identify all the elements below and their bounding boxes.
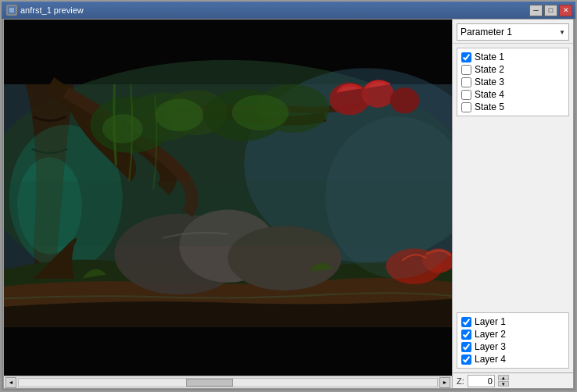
forest-scene — [4, 20, 452, 376]
app-icon — [6, 5, 17, 16]
list-item[interactable]: Layer 1 — [459, 315, 567, 328]
scroll-thumb[interactable] — [186, 379, 233, 387]
svg-point-18 — [102, 114, 143, 143]
list-item[interactable]: State 3 — [459, 76, 567, 88]
list-item[interactable]: Layer 2 — [459, 328, 567, 340]
states-list: State 1 State 2 State 3 State 4 — [457, 48, 568, 116]
content-area: ◄ ► Parameter 1 ▼ — [3, 19, 574, 389]
canvas-panel: ◄ ► — [4, 20, 452, 388]
scroll-right-button[interactable]: ► — [439, 377, 450, 388]
state4-checkbox[interactable] — [461, 90, 471, 100]
main-window: anfrst_1 preview ─ □ ✕ — [0, 0, 577, 392]
window-controls: ─ □ ✕ — [529, 5, 572, 16]
layer4-checkbox[interactable] — [461, 355, 471, 365]
layer2-label: Layer 2 — [475, 329, 506, 340]
title-bar: anfrst_1 preview ─ □ ✕ — [2, 2, 575, 19]
layer3-label: Layer 3 — [475, 341, 506, 352]
layer4-label: Layer 4 — [475, 354, 506, 365]
state5-label: State 5 — [475, 102, 504, 112]
scroll-track[interactable] — [18, 378, 438, 387]
dropdown-container: Parameter 1 ▼ — [453, 20, 573, 44]
list-item[interactable]: State 5 — [459, 101, 567, 113]
panel-spacer — [453, 120, 573, 308]
minimize-button[interactable]: ─ — [529, 5, 543, 16]
dropdown-arrow-icon: ▼ — [559, 29, 565, 36]
layer1-checkbox[interactable] — [461, 317, 471, 327]
z-increment-button[interactable]: ▲ — [498, 375, 509, 380]
list-item[interactable]: State 4 — [459, 88, 567, 101]
maximize-button[interactable]: □ — [544, 5, 557, 16]
right-panel: Parameter 1 ▼ State 1 State 2 — [452, 20, 573, 388]
list-item[interactable]: Layer 3 — [459, 340, 567, 353]
list-item[interactable]: Layer 4 — [459, 353, 567, 365]
state4-label: State 4 — [475, 89, 504, 100]
canvas-scrollbar: ◄ ► — [4, 376, 452, 388]
state3-label: State 3 — [475, 77, 504, 87]
z-spinner: ▲ ▼ — [498, 375, 509, 387]
z-control: Z: ▲ ▼ — [453, 372, 573, 388]
layer1-label: Layer 1 — [475, 316, 506, 327]
z-input[interactable] — [468, 375, 495, 387]
svg-point-20 — [232, 94, 289, 130]
svg-rect-1 — [9, 8, 14, 12]
window-title: anfrst_1 preview — [20, 5, 84, 15]
svg-point-19 — [155, 99, 203, 131]
close-button[interactable]: ✕ — [559, 5, 572, 16]
state1-checkbox[interactable] — [461, 52, 471, 62]
title-bar-title: anfrst_1 preview — [6, 5, 84, 16]
dropdown-value: Parameter 1 — [461, 27, 512, 37]
states-panel: State 1 State 2 State 3 State 4 — [457, 48, 569, 116]
image-container — [4, 20, 452, 376]
layers-list: Layer 1 Layer 2 Layer 3 Layer 4 — [457, 313, 568, 368]
state5-checkbox[interactable] — [461, 102, 471, 112]
layer2-checkbox[interactable] — [461, 330, 471, 340]
state3-checkbox[interactable] — [461, 77, 471, 87]
list-item[interactable]: State 1 — [459, 51, 567, 63]
z-decrement-button[interactable]: ▼ — [498, 381, 509, 387]
state2-label: State 2 — [475, 64, 504, 75]
z-label: Z: — [457, 376, 464, 386]
window-body: ◄ ► Parameter 1 ▼ — [2, 19, 575, 390]
layers-panel: Layer 1 Layer 2 Layer 3 Layer 4 — [457, 312, 569, 369]
scroll-left-button[interactable]: ◄ — [5, 377, 16, 388]
layer3-checkbox[interactable] — [461, 342, 471, 352]
parameter-dropdown[interactable]: Parameter 1 ▼ — [457, 23, 569, 41]
state1-label: State 1 — [475, 52, 504, 62]
svg-point-23 — [390, 87, 419, 113]
list-item[interactable]: State 2 — [459, 63, 567, 76]
state2-checkbox[interactable] — [461, 65, 471, 75]
